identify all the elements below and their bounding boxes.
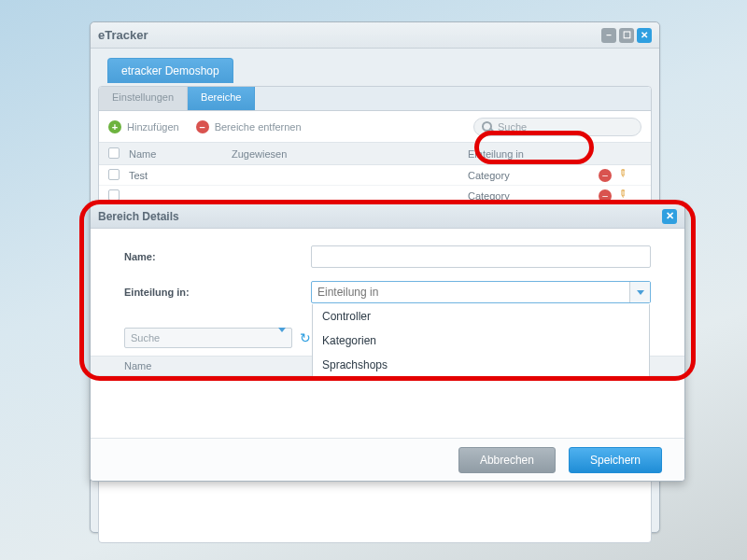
- name-input[interactable]: [311, 245, 651, 268]
- dropdown-option-controller[interactable]: Controller: [313, 304, 649, 329]
- search-box[interactable]: Suche: [473, 118, 641, 136]
- window-maximize-button[interactable]: ☐: [619, 28, 634, 43]
- row-delete-icon[interactable]: –: [599, 169, 612, 182]
- row-checkbox[interactable]: [108, 189, 120, 201]
- cell-ein: Category: [468, 170, 599, 181]
- table-row[interactable]: Test Category – ✎: [99, 165, 651, 186]
- window-minimize-button[interactable]: –: [601, 28, 616, 43]
- window-title: eTracker: [98, 28, 148, 42]
- chevron-down-icon: [278, 328, 286, 343]
- dialog-footer: Abbrechen Speichern: [91, 438, 684, 481]
- select-all-checkbox[interactable]: [108, 147, 120, 159]
- tab-settings[interactable]: Einstellungen: [99, 87, 188, 110]
- minus-icon: –: [196, 120, 209, 133]
- save-button[interactable]: Speichern: [569, 447, 662, 473]
- search-placeholder: Suche: [498, 121, 527, 133]
- dialog-titlebar: Bereich Details ✕: [91, 204, 684, 229]
- remove-label: Bereiche entfernen: [215, 121, 302, 133]
- add-label: Hinzufügen: [127, 121, 179, 133]
- name-label: Name:: [124, 251, 311, 262]
- plus-icon: +: [108, 120, 121, 133]
- row-edit-icon[interactable]: ✎: [614, 166, 633, 185]
- shop-tab-bar: etracker Demoshop: [91, 49, 659, 86]
- row-checkbox[interactable]: [108, 169, 120, 180]
- einteilung-label: Einteilung in:: [124, 287, 311, 298]
- assignment-col-name: Name: [124, 360, 151, 371]
- row-delete-icon[interactable]: –: [599, 189, 612, 203]
- einteilung-combobox[interactable]: Controller Kategorien Sprachshops: [311, 281, 651, 303]
- search-icon: [482, 121, 492, 132]
- main-tabs: Einstellungen Bereiche: [99, 87, 651, 111]
- titlebar: eTracker – ☐ ✕: [91, 22, 659, 49]
- assignment-grid-empty: [124, 376, 651, 428]
- dropdown-option-sprachshops[interactable]: Sprachshops: [313, 353, 649, 377]
- shop-tab[interactable]: etracker Demoshop: [107, 58, 233, 83]
- assignment-search-placeholder: Suche: [131, 332, 160, 343]
- assignment-search[interactable]: Suche: [124, 328, 292, 348]
- dialog-title: Bereich Details: [98, 210, 179, 223]
- tab-areas[interactable]: Bereiche: [188, 87, 255, 110]
- dropdown-option-kategorien[interactable]: Kategorien: [313, 329, 649, 353]
- einteilung-input[interactable]: [312, 286, 629, 299]
- col-name[interactable]: Name: [129, 148, 232, 160]
- einteilung-dropdown: Controller Kategorien Sprachshops: [312, 304, 650, 378]
- dialog-body: Name: Einteilung in: Controller Kategori…: [91, 229, 684, 438]
- grid-header: Name Zugewiesen Einteilung in: [99, 143, 651, 165]
- toolbar: + Hinzufügen – Bereiche entfernen Suche: [99, 111, 651, 143]
- cell-ein: Category: [468, 190, 599, 202]
- chevron-down-icon: [637, 290, 644, 295]
- add-button[interactable]: + Hinzufügen: [108, 120, 179, 133]
- col-assigned[interactable]: Zugewiesen: [232, 148, 468, 160]
- row-edit-icon[interactable]: ✎: [614, 187, 633, 205]
- remove-areas-button[interactable]: – Bereiche entfernen: [196, 120, 302, 133]
- refresh-icon[interactable]: ↻: [300, 330, 311, 345]
- col-einteilung[interactable]: Einteilung in: [468, 148, 599, 160]
- cell-name: Test: [129, 170, 232, 181]
- combobox-trigger[interactable]: [629, 282, 650, 302]
- area-details-dialog: Bereich Details ✕ Name: Einteilung in: C…: [90, 203, 685, 482]
- dialog-close-button[interactable]: ✕: [662, 209, 677, 224]
- window-close-button[interactable]: ✕: [637, 28, 652, 43]
- cancel-button[interactable]: Abbrechen: [458, 447, 556, 473]
